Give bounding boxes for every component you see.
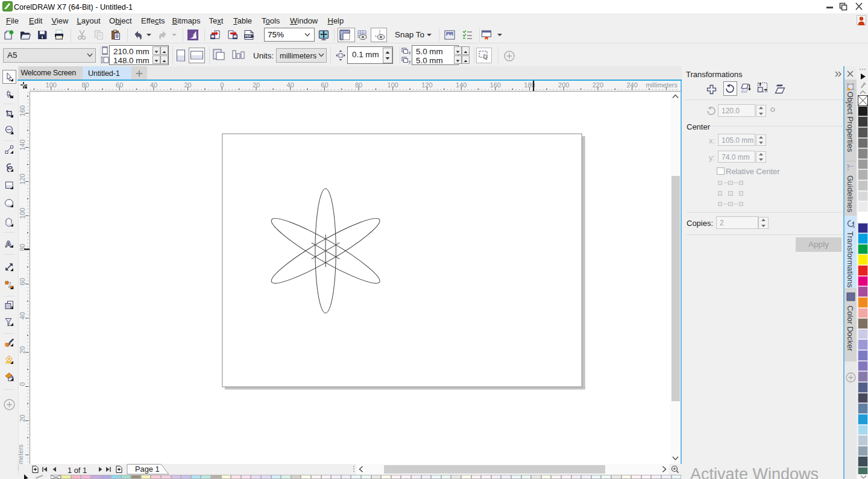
svg-text:A: A [5,239,12,249]
svg-text:20: 20 [19,346,26,354]
svg-text:160: 160 [19,105,26,116]
svg-text:220: 220 [593,81,603,89]
svg-text:40: 40 [150,81,157,89]
svg-text:40: 40 [19,312,26,319]
svg-text:millimeters: millimeters [646,81,678,89]
svg-text:200: 200 [558,81,569,89]
svg-text:y: y [409,61,410,64]
svg-text:120: 120 [421,81,432,89]
svg-text:60: 60 [19,278,26,285]
svg-text:160: 160 [490,81,501,89]
svg-text:x: x [409,52,410,55]
svg-text:100: 100 [46,81,57,89]
svg-text:60: 60 [321,81,328,89]
svg-text:100: 100 [19,208,26,219]
svg-text:80: 80 [19,244,26,251]
svg-text:20: 20 [19,415,26,422]
svg-text:0: 0 [220,81,224,89]
svg-text:Page 1: Page 1 [135,465,160,474]
svg-text:80: 80 [81,81,89,89]
svg-text:40: 40 [287,81,294,89]
svg-text:20: 20 [184,81,191,89]
svg-text:240: 240 [626,81,637,89]
svg-text:140: 140 [456,81,467,89]
svg-text:80: 80 [355,81,362,89]
svg-text:60: 60 [116,81,123,89]
svg-text:20: 20 [253,81,260,89]
svg-text:100: 100 [388,81,398,89]
svg-text:120: 120 [19,174,26,184]
svg-text:140: 140 [19,139,26,150]
svg-text:PDF: PDF [245,34,252,38]
svg-text:0: 0 [19,382,26,386]
